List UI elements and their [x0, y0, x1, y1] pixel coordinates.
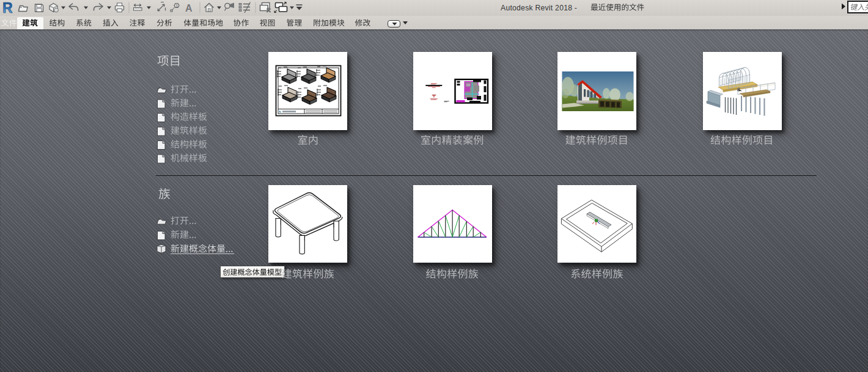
svg-text:A: A	[185, 3, 193, 13]
